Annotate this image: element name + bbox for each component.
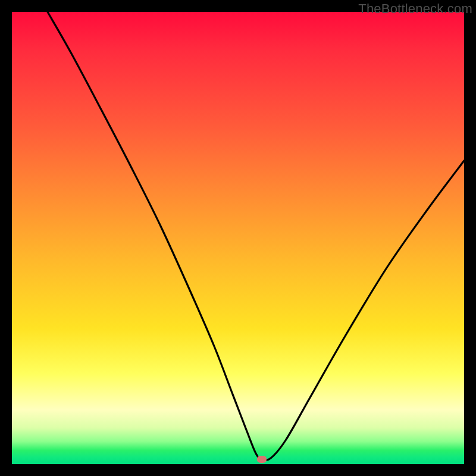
plot-area — [12, 12, 464, 464]
chart-frame: TheBottleneck.com — [0, 0, 476, 476]
bottleneck-curve — [12, 12, 464, 464]
watermark-text: TheBottleneck.com — [358, 1, 472, 17]
curve-minimum-marker — [257, 456, 267, 463]
